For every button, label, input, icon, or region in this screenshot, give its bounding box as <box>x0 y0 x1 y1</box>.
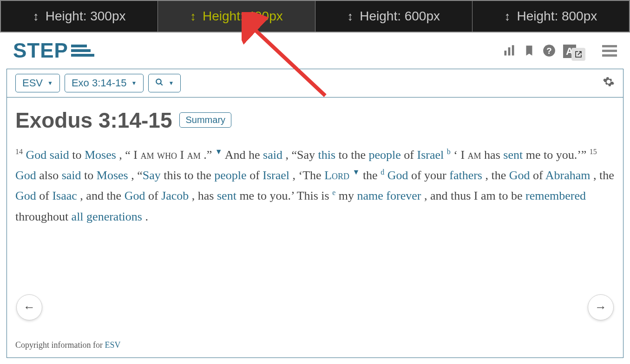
word-link[interactable]: Jacob <box>161 189 189 202</box>
word-link[interactable]: sent <box>217 189 236 202</box>
version-select[interactable]: ESV ▼ <box>15 74 60 92</box>
logo[interactable]: STEP <box>13 39 94 62</box>
header-actions: ? A <box>503 43 617 58</box>
word-link[interactable]: Moses <box>97 169 128 182</box>
svg-text:?: ? <box>546 46 551 56</box>
word-link[interactable]: forever <box>386 189 421 202</box>
passage-toolbar: ESV ▼ Exo 3:14-15 ▼ ▼ <box>7 69 623 98</box>
caret-down-icon: ▼ <box>168 80 174 86</box>
word-link[interactable]: Abraham <box>545 169 591 182</box>
content-frame: ESV ▼ Exo 3:14-15 ▼ ▼ Exodus 3:14-15 Sum… <box>7 69 623 358</box>
verse-text: 14 God said to Moses , “ I am who I am .… <box>15 145 615 227</box>
word-link[interactable]: God <box>15 189 36 202</box>
word-link[interactable]: sent <box>503 148 523 162</box>
gear-icon[interactable] <box>603 76 615 91</box>
word-link[interactable]: people <box>214 169 246 182</box>
svg-line-6 <box>161 83 163 85</box>
word-link[interactable]: God <box>26 148 47 162</box>
smallcaps: am <box>141 148 154 162</box>
footnote-marker[interactable]: ▼ <box>353 169 360 176</box>
word-link[interactable]: Israel <box>417 148 444 162</box>
next-chapter-button[interactable]: → <box>588 294 614 320</box>
app-header: STEP ? A <box>0 32 630 69</box>
word-link[interactable]: God <box>15 169 36 182</box>
word-link[interactable]: Isaac <box>52 189 77 202</box>
word-link[interactable]: God <box>387 169 408 182</box>
tab-height-400[interactable]: ↕ Height: 400px <box>158 1 315 32</box>
version-label: ESV <box>22 77 43 89</box>
word-link[interactable]: people <box>369 148 401 162</box>
svg-rect-2 <box>512 45 514 55</box>
word-link[interactable]: said <box>62 169 81 182</box>
word-link[interactable]: this <box>318 148 335 162</box>
svg-rect-0 <box>505 51 507 56</box>
tab-label: Height: 300px <box>46 9 126 24</box>
resize-icon: ↕ <box>190 9 196 24</box>
logo-bars-icon <box>71 44 94 58</box>
stats-icon[interactable] <box>503 44 516 57</box>
bookmark-icon[interactable] <box>523 44 535 58</box>
tab-height-300[interactable]: ↕ Height: 300px <box>1 1 158 32</box>
word-link[interactable]: all generations <box>72 210 142 223</box>
verse-number: 14 <box>15 148 23 156</box>
arrow-left-icon: ← <box>23 300 35 314</box>
prev-chapter-button[interactable]: ← <box>16 294 42 320</box>
menu-icon[interactable] <box>602 45 617 57</box>
footnote-d[interactable]: d <box>381 169 384 176</box>
tab-height-800[interactable]: ↕ Height: 800px <box>472 1 629 32</box>
tab-label: Height: 400px <box>203 9 283 24</box>
word-link[interactable]: Israel <box>262 169 289 182</box>
copyright-text: Copyright information for ESV <box>15 340 121 350</box>
resize-icon: ↕ <box>33 9 39 24</box>
word-link[interactable]: name <box>357 189 383 202</box>
word-link[interactable]: said <box>263 148 282 162</box>
word-link[interactable]: Moses <box>85 148 116 162</box>
verse-number: 15 <box>590 148 597 156</box>
toolbar-pills: ESV ▼ Exo 3:14-15 ▼ ▼ <box>15 74 181 92</box>
logo-text: STEP <box>13 39 68 62</box>
passage-label: Exo 3:14-15 <box>72 77 127 89</box>
resize-icon: ↕ <box>504 9 510 24</box>
help-icon[interactable]: ? <box>543 44 556 57</box>
passage-content: Exodus 3:14-15 Summary 14 God said to Mo… <box>7 98 623 358</box>
passage-title: Exodus 3:14-15 <box>15 108 172 132</box>
svg-rect-1 <box>508 47 511 56</box>
word-link[interactable]: remembered <box>525 189 586 202</box>
tab-label: Height: 600px <box>360 9 440 24</box>
arrow-right-icon: → <box>595 300 607 314</box>
language-share-icon[interactable]: A <box>563 43 576 58</box>
search-button[interactable]: ▼ <box>148 74 181 92</box>
svg-point-5 <box>157 79 162 84</box>
copyright-link[interactable]: ESV <box>105 340 120 350</box>
tab-height-600[interactable]: ↕ Height: 600px <box>315 1 472 32</box>
word-link[interactable]: Say <box>143 169 161 182</box>
caret-down-icon: ▼ <box>131 80 137 86</box>
footnote-e[interactable]: e <box>332 189 335 197</box>
footnote-b[interactable]: b <box>447 148 451 156</box>
resize-icon: ↕ <box>347 9 353 24</box>
word-link[interactable]: God <box>125 189 145 202</box>
summary-button[interactable]: Summary <box>179 112 231 128</box>
word-link[interactable]: God <box>509 169 530 182</box>
word-link[interactable]: Lord <box>324 169 349 182</box>
word-link[interactable]: fathers <box>449 169 482 182</box>
passage-select[interactable]: Exo 3:14-15 ▼ <box>65 74 144 92</box>
search-icon <box>155 77 164 89</box>
tab-label: Height: 800px <box>517 9 597 24</box>
caret-down-icon: ▼ <box>47 80 53 86</box>
footnote-marker[interactable]: ▼ <box>215 148 223 156</box>
word-link[interactable]: said <box>50 148 69 162</box>
height-tabs: ↕ Height: 300px ↕ Height: 400px ↕ Height… <box>0 0 630 32</box>
